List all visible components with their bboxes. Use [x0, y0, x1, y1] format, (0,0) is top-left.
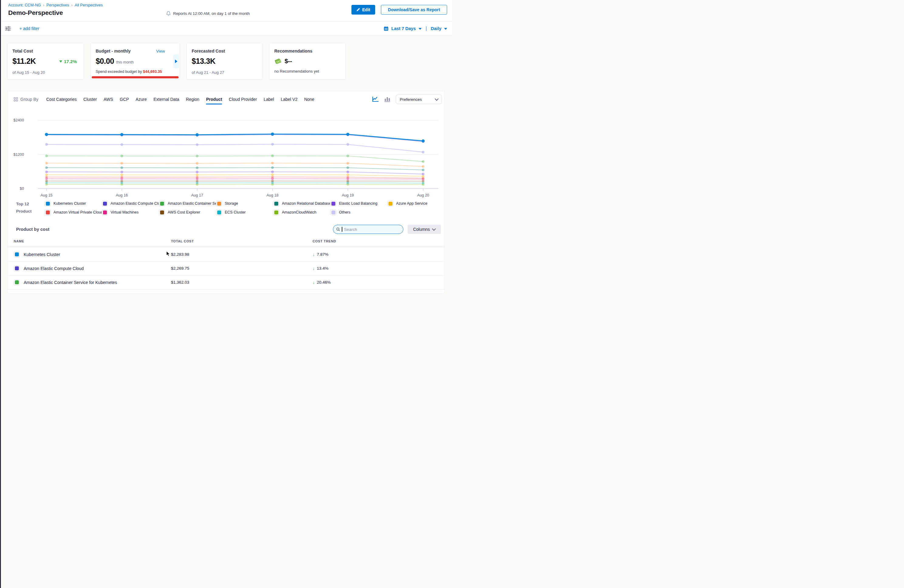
budget-view-link[interactable]: View: [156, 49, 165, 54]
legend-label: Amazon Virtual Private Cloud: [54, 210, 102, 215]
columns-dropdown[interactable]: Columns: [408, 225, 441, 234]
tab-none[interactable]: None: [304, 97, 314, 102]
total-cost-card: Total Cost $11.2K 17.2% of Aug 15 - Aug …: [7, 43, 84, 79]
search-icon: [336, 227, 340, 231]
legend-item[interactable]: AWS Cost Explorer: [159, 209, 216, 215]
trend-down-icon: [59, 60, 62, 63]
filter-sliders-icon[interactable]: [5, 26, 11, 31]
breadcrumb-perspectives[interactable]: Perspectives: [46, 3, 69, 7]
legend-swatch: [273, 201, 279, 207]
separator: |: [425, 25, 427, 32]
granularity-selector[interactable]: Daily: [431, 26, 441, 31]
tab-label[interactable]: Label: [264, 97, 274, 102]
table-body: Kubernetes Cluster$2,283.98↓7.87%Amazon …: [8, 248, 444, 289]
legend-item[interactable]: Amazon Virtual Private Cloud: [45, 209, 102, 215]
tab-gcp[interactable]: GCP: [120, 97, 129, 102]
tab-cost-categories[interactable]: Cost Categories: [46, 97, 77, 102]
tab-cloud-provider[interactable]: Cloud Provider: [229, 97, 257, 102]
legend-item[interactable]: AmazonCloudWatch: [273, 209, 330, 215]
tab-external-data[interactable]: External Data: [153, 97, 179, 102]
perspective-panel: Group By Cost CategoriesClusterAWSGCPAzu…: [7, 91, 445, 294]
calendar-icon: [384, 26, 389, 31]
legend-item[interactable]: Amazon Elastic Compute Clo...: [102, 201, 159, 207]
legend-item[interactable]: Kubernetes Cluster: [45, 201, 102, 207]
row-color-swatch: [14, 251, 20, 258]
collapsed-nav-edge: [0, 0, 1, 294]
legend-item[interactable]: ECS Cluster: [216, 209, 273, 215]
legend-swatch: [102, 201, 108, 207]
row-total-cost: $1,362.03: [171, 280, 189, 285]
forecast-value: $13.3K: [192, 57, 215, 65]
svg-text:Aug 17: Aug 17: [191, 193, 203, 198]
legend-title: Top 12 Product: [16, 201, 45, 215]
table-row[interactable]: Amazon Elastic Compute Cloud$2,269.75↓13…: [8, 261, 444, 275]
download-save-report-button[interactable]: Download/Save as Report: [381, 5, 447, 14]
reports-schedule: Reports At 12:00 AM, on day 1 of the mon…: [166, 11, 250, 16]
svg-text:Aug 18: Aug 18: [266, 193, 278, 198]
legend-label: Elastic Load Balancing: [339, 201, 377, 205]
table-row[interactable]: Kubernetes Cluster$2,283.98↓7.87%: [8, 248, 444, 261]
line-chart-icon[interactable]: [372, 96, 379, 102]
table-row[interactable]: Amazon Elastic Container Service for Kub…: [8, 275, 444, 289]
legend-item[interactable]: Storage: [216, 201, 273, 207]
bar-chart-icon[interactable]: [384, 96, 390, 102]
breadcrumb-all-perspectives[interactable]: All Perspectives: [75, 3, 103, 7]
svg-text:Aug 16: Aug 16: [116, 193, 128, 198]
column-header-name[interactable]: NAME: [14, 239, 171, 243]
breadcrumb-separator: ›: [43, 3, 44, 7]
search-input[interactable]: [344, 227, 400, 232]
tab-azure[interactable]: Azure: [136, 97, 147, 102]
forecast-period: of Aug 21 - Aug 27: [192, 70, 257, 75]
breadcrumb-account[interactable]: Account: CCM-NG: [8, 3, 41, 7]
tab-region[interactable]: Region: [186, 97, 199, 102]
chart-legend-grid: Kubernetes ClusterAmazon Elastic Compute…: [45, 201, 444, 215]
group-by-bar: Group By Cost CategoriesClusterAWSGCPAzu…: [8, 91, 444, 104]
chevron-down-icon: [435, 97, 439, 101]
bell-icon: [166, 11, 171, 16]
breadcrumb-separator: ›: [71, 3, 72, 7]
date-range-selector[interactable]: Last 7 Days: [391, 26, 416, 31]
preferences-dropdown[interactable]: Preferences: [396, 95, 442, 104]
column-header-cost-trend[interactable]: COST TREND: [313, 239, 444, 243]
add-filter-button[interactable]: + add filter: [19, 26, 40, 31]
legend-item[interactable]: Amazon Elastic Container Se...: [159, 201, 216, 207]
card-title: Forecasted Cost: [192, 49, 257, 54]
recommendations-value: $--: [284, 58, 292, 65]
legend-swatch: [387, 201, 394, 207]
carousel-next-button[interactable]: [173, 54, 179, 68]
row-cost-trend: 20.46%: [317, 280, 331, 285]
tab-label-v2[interactable]: Label V2: [281, 97, 297, 102]
legend-item[interactable]: Elastic Load Balancing: [330, 201, 387, 207]
column-header-total-cost[interactable]: TOTAL COST: [171, 239, 313, 243]
budget-exceeded-text: Spend exceeded budget by $44,693.35: [96, 70, 175, 74]
card-title: Budget - monthly: [96, 49, 131, 54]
chevron-down-icon[interactable]: [419, 28, 422, 30]
page-title: Demo-Perspective: [8, 9, 63, 16]
total-cost-value: $11.2K: [13, 57, 36, 65]
svg-text:$0: $0: [20, 187, 24, 191]
tab-product[interactable]: Product: [206, 97, 222, 102]
svg-text:Aug 15: Aug 15: [40, 193, 52, 198]
legend-item[interactable]: Others: [330, 209, 387, 215]
tab-aws[interactable]: AWS: [104, 97, 113, 102]
tab-cluster[interactable]: Cluster: [84, 97, 97, 102]
arrow-right-icon: [175, 60, 177, 63]
summary-cards: Total Cost $11.2K 17.2% of Aug 15 - Aug …: [7, 43, 452, 79]
budget-value: $0.00: [96, 57, 114, 65]
row-cost-trend: 13.4%: [317, 266, 329, 270]
legend-swatch: [45, 201, 51, 207]
legend-label: Amazon Relational Database ...: [282, 201, 330, 205]
legend-item[interactable]: Virtual Machines: [102, 209, 159, 215]
cost-chart[interactable]: $0$1200$2400Aug 15Aug 16Aug 17Aug 18Aug …: [8, 106, 445, 199]
legend-item[interactable]: Amazon Relational Database ...: [273, 201, 330, 207]
pencil-icon: [356, 8, 360, 11]
row-total-cost: $2,283.98: [171, 252, 189, 257]
edit-button[interactable]: Edit: [351, 5, 375, 14]
table-section-header: Product by cost Columns: [8, 224, 444, 235]
legend-item[interactable]: Azure App Service: [387, 201, 444, 207]
row-cost-trend: 7.87%: [317, 252, 329, 257]
table-header-row: NAME TOTAL COST COST TREND: [8, 237, 444, 246]
legend-swatch: [102, 209, 108, 215]
chevron-down-icon[interactable]: [444, 28, 447, 30]
legend-swatch: [273, 209, 279, 215]
